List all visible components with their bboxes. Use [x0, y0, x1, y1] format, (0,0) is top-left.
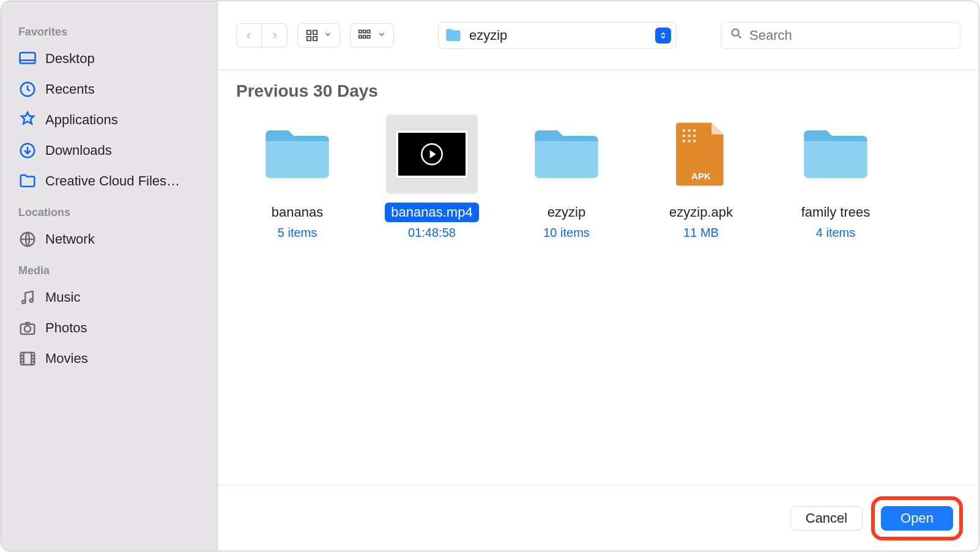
svg-point-8 — [24, 326, 31, 332]
svg-rect-18 — [307, 31, 311, 34]
file-meta: 4 items — [816, 226, 855, 240]
section-title: Previous 30 Days — [236, 81, 960, 101]
music-icon — [18, 288, 37, 307]
file-item-ezyzip-folder[interactable]: ezyzip 10 items — [505, 114, 628, 240]
sidebar-item-music[interactable]: Music — [13, 282, 205, 313]
path-label: ezyzip — [469, 28, 648, 43]
sidebar-item-label: Downloads — [45, 143, 112, 159]
sidebar-item-recents[interactable]: Recents — [13, 74, 205, 105]
chevron-down-icon — [324, 30, 332, 41]
svg-point-6 — [30, 299, 33, 302]
folder-icon — [251, 114, 343, 194]
svg-point-5 — [22, 300, 25, 304]
folder-icon — [445, 28, 462, 43]
favorites-header: Favorites — [18, 26, 205, 39]
sidebar-item-creative-cloud[interactable]: Creative Cloud Files… — [13, 166, 205, 196]
open-button[interactable]: Open — [881, 506, 953, 531]
svg-rect-21 — [313, 37, 317, 40]
desktop-icon — [18, 50, 37, 68]
chevron-down-icon — [377, 30, 386, 41]
svg-rect-24 — [367, 30, 369, 32]
sidebar: Favorites Desktop Recents Applications D… — [1, 1, 218, 551]
video-thumbnail — [386, 114, 478, 194]
file-name: ezyzip — [541, 203, 592, 222]
film-icon — [18, 349, 37, 368]
path-popup[interactable]: ezyzip — [438, 22, 677, 49]
file-name: bananas — [265, 203, 329, 222]
svg-point-37 — [688, 140, 691, 142]
folder-icon — [790, 114, 882, 194]
file-meta: 5 items — [278, 226, 317, 240]
svg-point-32 — [693, 129, 696, 132]
file-item-bananas-mp4[interactable]: bananas.mp4 01:48:58 — [371, 114, 493, 240]
svg-rect-19 — [313, 31, 317, 34]
file-meta: 11 MB — [683, 226, 719, 240]
apk-icon: APK — [655, 114, 747, 194]
file-name: bananas.mp4 — [385, 203, 478, 222]
svg-point-35 — [693, 135, 696, 137]
forward-button[interactable] — [262, 23, 288, 48]
file-item-ezyzip-apk[interactable]: APK ezyzip.apk 11 MB — [640, 114, 762, 240]
sidebar-item-label: Music — [45, 289, 80, 305]
folder-icon — [18, 172, 37, 190]
search-box[interactable] — [721, 22, 960, 49]
svg-text:APK: APK — [691, 171, 711, 181]
globe-icon — [18, 230, 37, 248]
locations-header: Locations — [18, 206, 205, 219]
sidebar-item-label: Applications — [45, 112, 118, 128]
sidebar-item-label: Network — [45, 231, 95, 247]
file-item-family-trees-folder[interactable]: family trees 4 items — [774, 114, 897, 240]
file-browser: Previous 30 Days bananas 5 items ba — [218, 70, 979, 485]
svg-point-33 — [683, 135, 685, 137]
media-header: Media — [18, 264, 205, 277]
sidebar-item-desktop[interactable]: Desktop — [13, 43, 205, 74]
svg-point-38 — [693, 140, 696, 142]
svg-point-34 — [688, 135, 691, 137]
search-icon — [730, 27, 743, 44]
annotation-highlight: Open — [871, 496, 963, 540]
cancel-button[interactable]: Cancel — [790, 506, 863, 531]
popup-arrows-icon — [655, 28, 671, 43]
file-item-bananas-folder[interactable]: bananas 5 items — [236, 114, 358, 240]
sidebar-item-label: Recents — [45, 81, 95, 97]
sidebar-item-label: Creative Cloud Files… — [45, 173, 180, 189]
svg-rect-22 — [359, 30, 362, 32]
sidebar-item-photos[interactable]: Photos — [13, 313, 205, 343]
svg-point-30 — [683, 129, 685, 132]
svg-rect-23 — [363, 30, 366, 32]
camera-icon — [18, 319, 37, 337]
clock-icon — [18, 80, 37, 99]
sidebar-item-label: Photos — [45, 320, 87, 336]
search-input[interactable] — [749, 28, 951, 43]
group-mode[interactable] — [350, 23, 394, 48]
main-panel: ezyzip Previous 30 Days — [218, 1, 979, 551]
dialog-footer: Cancel Open — [218, 485, 979, 551]
back-button[interactable] — [236, 23, 262, 48]
svg-point-36 — [683, 140, 685, 142]
open-dialog: Favorites Desktop Recents Applications D… — [1, 1, 979, 551]
file-name: ezyzip.apk — [663, 203, 739, 222]
svg-rect-26 — [363, 35, 366, 38]
toolbar: ezyzip — [218, 1, 979, 70]
svg-rect-25 — [359, 35, 362, 38]
view-mode-icons[interactable] — [297, 23, 340, 48]
sidebar-item-network[interactable]: Network — [13, 224, 205, 255]
file-meta: 10 items — [543, 226, 590, 240]
file-name: family trees — [795, 203, 876, 222]
play-icon — [420, 142, 444, 166]
file-meta: 01:48:58 — [408, 226, 456, 240]
sidebar-item-movies[interactable]: Movies — [13, 343, 205, 374]
sidebar-item-applications[interactable]: Applications — [13, 105, 205, 135]
svg-rect-27 — [367, 35, 369, 38]
applications-icon — [18, 111, 37, 129]
downloads-icon — [18, 141, 37, 160]
sidebar-item-label: Movies — [45, 351, 88, 367]
nav-arrows — [236, 23, 288, 48]
sidebar-item-downloads[interactable]: Downloads — [13, 135, 205, 166]
file-grid: bananas 5 items bananas.mp4 01:48:58 — [236, 114, 960, 240]
sidebar-item-label: Desktop — [45, 51, 95, 67]
svg-rect-0 — [20, 53, 35, 64]
svg-rect-20 — [307, 37, 311, 40]
svg-point-28 — [732, 29, 739, 36]
folder-icon — [521, 114, 612, 194]
